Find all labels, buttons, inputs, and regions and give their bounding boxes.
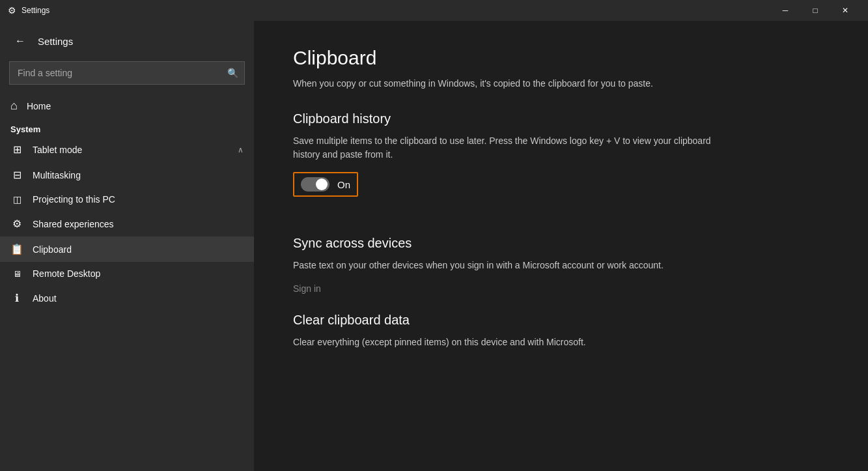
- sidebar-item-label: Projecting to this PC: [33, 194, 115, 205]
- search-box: 🔍: [9, 61, 245, 85]
- sidebar-app-title: Settings: [38, 36, 73, 47]
- sidebar: ← Settings 🔍 ⌂ Home System ⊞ Tablet mode…: [0, 21, 254, 471]
- sync-description: Paste text on your other devices when yo…: [293, 259, 716, 272]
- sidebar-item-label: Remote Desktop: [33, 268, 100, 279]
- sync-section: Sync across devices Paste text on your o…: [293, 236, 829, 294]
- back-icon: ←: [15, 35, 25, 47]
- clear-description: Clear everything (except pinned items) o…: [293, 335, 716, 349]
- about-icon: ℹ: [10, 292, 23, 304]
- minimize-button[interactable]: ─: [770, 0, 800, 21]
- back-button[interactable]: ←: [10, 31, 30, 51]
- sidebar-header: ← Settings: [0, 21, 254, 56]
- sidebar-item-multitasking[interactable]: ⊟ Multitasking: [0, 162, 254, 188]
- tablet-mode-icon: ⊞: [10, 143, 23, 156]
- sidebar-item-clipboard[interactable]: 📋 Clipboard: [0, 236, 254, 262]
- sidebar-item-label: Tablet mode: [33, 145, 82, 155]
- titlebar-controls: ─ □ ✕: [770, 0, 860, 21]
- clear-heading: Clear clipboard data: [293, 313, 829, 328]
- toggle-on-label: On: [337, 179, 350, 190]
- sidebar-item-shared-experiences[interactable]: ⚙ Shared experiences: [0, 211, 254, 236]
- sidebar-item-projecting[interactable]: ◫ Projecting to this PC: [0, 188, 254, 211]
- chevron-icon: ∧: [238, 145, 244, 154]
- clipboard-history-toggle-row: On: [293, 172, 358, 197]
- sidebar-item-label: Multitasking: [33, 170, 81, 180]
- clear-section: Clear clipboard data Clear everything (e…: [293, 313, 829, 349]
- titlebar: ⚙ Settings ─ □ ✕: [0, 0, 868, 21]
- clipboard-history-heading: Clipboard history: [293, 111, 829, 126]
- sidebar-item-tablet-mode[interactable]: ⊞ Tablet mode ∧: [0, 137, 254, 162]
- clipboard-history-description: Save multiple items to the clipboard to …: [293, 134, 716, 162]
- app-body: ← Settings 🔍 ⌂ Home System ⊞ Tablet mode…: [0, 21, 868, 471]
- clipboard-history-section: Clipboard history Save multiple items to…: [293, 111, 829, 218]
- sidebar-item-label: Shared experiences: [33, 219, 114, 229]
- toggle-knob: [316, 178, 328, 190]
- remote-desktop-icon: 🖥: [10, 269, 23, 279]
- shared-experiences-icon: ⚙: [10, 218, 23, 230]
- titlebar-icon: ⚙: [8, 5, 16, 16]
- close-button[interactable]: ✕: [830, 0, 860, 21]
- maximize-button[interactable]: □: [800, 0, 830, 21]
- page-description: When you copy or cut something in Window…: [293, 77, 684, 91]
- sidebar-item-label: About: [33, 293, 57, 304]
- page-title: Clipboard: [293, 47, 829, 69]
- search-input[interactable]: [9, 61, 245, 85]
- home-label: Home: [27, 101, 51, 111]
- sidebar-item-about[interactable]: ℹ About: [0, 285, 254, 311]
- titlebar-title: Settings: [21, 6, 770, 15]
- search-icon: 🔍: [227, 68, 238, 78]
- sync-heading: Sync across devices: [293, 236, 829, 251]
- projecting-icon: ◫: [10, 194, 23, 205]
- clipboard-icon: 📋: [10, 243, 23, 255]
- content-area: Clipboard When you copy or cut something…: [254, 21, 868, 471]
- sidebar-item-home[interactable]: ⌂ Home: [0, 93, 254, 119]
- clipboard-history-toggle[interactable]: [301, 177, 329, 192]
- home-icon: ⌂: [10, 99, 18, 113]
- sidebar-item-remote-desktop[interactable]: 🖥 Remote Desktop: [0, 262, 254, 285]
- multitasking-icon: ⊟: [10, 169, 23, 181]
- sign-in-link[interactable]: Sign in: [293, 283, 321, 294]
- system-section-label: System: [0, 119, 254, 137]
- sidebar-item-label: Clipboard: [33, 244, 72, 255]
